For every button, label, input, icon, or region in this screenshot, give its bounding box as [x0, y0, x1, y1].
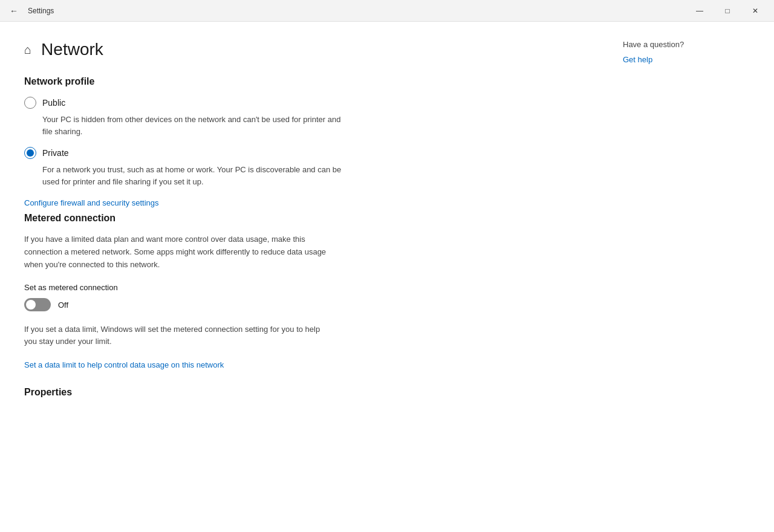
close-button[interactable]: ✕ [741, 0, 769, 22]
toggle-state-label: Off [58, 300, 68, 310]
title-bar-left: ← Settings [5, 4, 54, 18]
main-content: ⌂ Network Network profile Public Your PC… [0, 22, 605, 532]
title-bar-title: Settings [28, 7, 54, 15]
metered-toggle[interactable] [24, 298, 51, 311]
title-bar-controls: — □ ✕ [686, 0, 769, 22]
properties-section: Properties [24, 387, 580, 398]
public-radio-label[interactable]: Public [42, 98, 65, 108]
private-radio-label[interactable]: Private [42, 148, 69, 158]
home-icon[interactable]: ⌂ [24, 43, 31, 57]
title-bar: ← Settings — □ ✕ [0, 0, 774, 22]
toggle-track [24, 298, 51, 311]
radio-group-private: Private For a network you trust, such as… [24, 147, 580, 187]
metered-connection-title: Metered connection [24, 213, 580, 224]
content-area: ⌂ Network Network profile Public Your PC… [0, 22, 774, 532]
data-limit-link[interactable]: Set a data limit to help control data us… [24, 360, 224, 369]
radio-group-public: Public Your PC is hidden from other devi… [24, 97, 580, 137]
toggle-row: Off [24, 298, 580, 311]
toggle-label: Set as metered connection [24, 283, 580, 292]
metered-connection-section: Metered connection If you have a limited… [24, 213, 580, 370]
metered-note: If you set a data limit, Windows will se… [24, 323, 320, 347]
toggle-thumb [26, 300, 36, 310]
radio-item-public: Public [24, 97, 580, 109]
page-header: ⌂ Network [24, 40, 580, 59]
get-help-link[interactable]: Get help [623, 55, 652, 64]
public-radio[interactable] [24, 97, 36, 109]
firewall-link[interactable]: Configure firewall and security settings [24, 198, 159, 207]
private-description: For a network you trust, such as at home… [42, 164, 345, 187]
metered-description: If you have a limited data plan and want… [24, 233, 333, 271]
page-title: Network [41, 40, 103, 59]
back-button[interactable]: ← [5, 4, 23, 18]
radio-item-private: Private [24, 147, 580, 159]
right-panel: Have a question? Get help [605, 22, 774, 532]
network-profile-title: Network profile [24, 76, 580, 87]
private-radio[interactable] [24, 147, 36, 159]
minimize-button[interactable]: — [686, 0, 714, 22]
maximize-button[interactable]: □ [714, 0, 741, 22]
help-title: Have a question? [623, 40, 756, 49]
network-profile-section: Network profile Public Your PC is hidden… [24, 76, 580, 208]
public-description: Your PC is hidden from other devices on … [42, 114, 345, 137]
properties-title: Properties [24, 387, 580, 398]
